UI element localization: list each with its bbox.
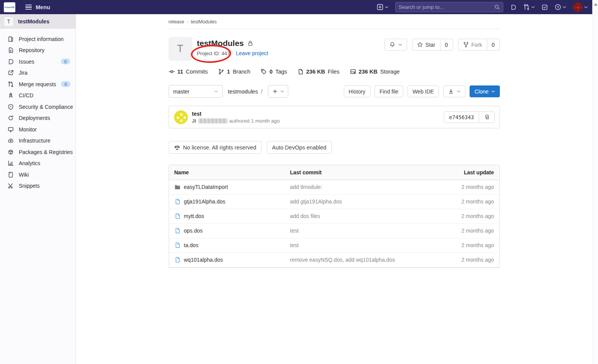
sidebar-item-label: CI/CD	[19, 92, 70, 98]
new-menu-button[interactable]	[377, 4, 388, 10]
commit-author-avatar[interactable]	[174, 110, 188, 124]
file-last-commit-link[interactable]: test	[290, 228, 299, 234]
scales-icon	[174, 144, 180, 151]
file-link[interactable]: easyTLDataImport	[174, 184, 279, 190]
global-search[interactable]	[395, 2, 503, 12]
breadcrumb-project-link[interactable]: testModules	[191, 19, 217, 25]
file-last-update: 2 months ago	[434, 253, 499, 267]
file-last-commit-link[interactable]: test	[290, 242, 299, 248]
stat-value: 236 KB	[306, 69, 325, 75]
menu-label: Menu	[36, 4, 50, 10]
chevron-down-icon	[584, 6, 588, 8]
sidebar-item[interactable]: Repository	[0, 45, 76, 56]
folder-icon	[174, 184, 181, 190]
file-last-update: 2 months ago	[434, 223, 499, 238]
license-button[interactable]: No license. All rights reserved	[169, 141, 262, 154]
file-link[interactable]: gtja191Alpha.dos	[174, 198, 279, 205]
repo-path-link[interactable]: testmodules	[228, 89, 258, 95]
breadcrumb-group-link[interactable]: release	[169, 19, 184, 25]
project-stat[interactable]: 11 Commits	[169, 69, 208, 75]
menu-button[interactable]: Menu	[25, 4, 50, 10]
user-menu-button[interactable]	[573, 2, 588, 12]
file-icon	[174, 213, 181, 219]
file-name: wq101alpha.dos	[184, 257, 223, 263]
fork-count[interactable]: 0	[487, 39, 500, 51]
scroll-up-arrow[interactable]	[594, 3, 598, 6]
sidebar-item[interactable]: Issues 0	[0, 56, 76, 67]
sidebar-item[interactable]: Infrastructure	[0, 135, 76, 147]
last-commit-box: test Ji authored 1 month ago e7456343	[169, 106, 500, 128]
table-row: ops.dos test 2 months ago	[169, 223, 499, 238]
file-link[interactable]: mytt.dos	[174, 213, 279, 219]
external-link-icon	[8, 70, 14, 76]
project-stat[interactable]: 236 KB Files	[297, 69, 340, 75]
fork-label: Fork	[472, 42, 482, 48]
sidebar-item[interactable]: Project information	[0, 33, 76, 45]
copy-sha-button[interactable]	[479, 111, 495, 123]
file-last-commit-link[interactable]: add tlmodule:	[290, 184, 322, 190]
add-file-button[interactable]	[268, 85, 288, 98]
leave-project-link[interactable]: Leave project	[236, 50, 268, 56]
file-tree-table: Name Last commit Last update	[169, 165, 500, 268]
column-header-last-commit: Last commit	[285, 165, 434, 180]
issues-icon	[510, 4, 516, 10]
search-input[interactable]	[399, 4, 494, 10]
app-logo[interactable]: DolphinDB	[4, 2, 15, 12]
sidebar-item[interactable]: Merge requests 0	[0, 79, 76, 90]
commit-author-name[interactable]: Ji	[192, 118, 196, 124]
table-row: ta.dos test 2 months ago	[169, 238, 499, 253]
bell-icon	[389, 42, 395, 48]
project-stat[interactable]: 1 Branch	[218, 69, 250, 75]
commit-message-link[interactable]: test	[192, 111, 280, 117]
fork-button[interactable]: Fork	[458, 39, 487, 51]
page-scrollbar[interactable]	[592, 0, 598, 364]
sidebar-item[interactable]: Packages & Registries	[0, 146, 76, 158]
file-link[interactable]: ops.dos	[174, 228, 279, 234]
hamburger-icon	[25, 5, 32, 10]
merge-requests-nav-button[interactable]	[523, 4, 535, 10]
table-row: wq101alpha.dos remove easyNSQ.dos, add w…	[169, 253, 499, 267]
project-avatar-mini: T	[4, 17, 13, 26]
file-link[interactable]: wq101alpha.dos	[174, 257, 279, 263]
branch-selector[interactable]: master	[169, 85, 223, 98]
help-nav-button[interactable]	[555, 4, 566, 10]
auto-devops-button[interactable]: Auto DevOps enabled	[267, 141, 332, 154]
project-id: Project ID: 447	[197, 51, 230, 56]
history-button[interactable]: History	[344, 85, 371, 97]
star-button[interactable]: Star	[412, 39, 440, 51]
file-name: ta.dos	[184, 242, 199, 248]
file-icon	[174, 242, 181, 248]
stat-label: Storage	[380, 69, 400, 75]
web-ide-button[interactable]: Web IDE	[407, 85, 439, 97]
sidebar-item[interactable]: Security & Compliance	[0, 101, 76, 113]
file-last-commit-link[interactable]: remove easyNSQ.dos, add wq101alpha.dos	[290, 257, 395, 263]
sidebar-project-context[interactable]: T testModules	[0, 14, 76, 29]
sidebar-item[interactable]: Wiki	[0, 169, 76, 180]
todos-nav-button[interactable]	[542, 4, 548, 10]
sidebar-item[interactable]: Jira	[0, 67, 76, 79]
repo-toolbar: master testmodules / History Find file W…	[169, 85, 500, 98]
find-file-button[interactable]: Find file	[375, 85, 403, 97]
plus-icon	[272, 89, 278, 94]
sidebar-item[interactable]: Analytics	[0, 158, 76, 169]
download-button[interactable]	[443, 85, 465, 97]
chevron-down-icon	[385, 6, 388, 8]
sidebar-item[interactable]: Monitor	[0, 124, 76, 135]
file-link[interactable]: ta.dos	[174, 242, 279, 248]
sidebar-item[interactable]: CI/CD	[0, 90, 76, 102]
sidebar-item[interactable]: Snippets	[0, 180, 76, 192]
clone-button[interactable]: Clone	[470, 85, 500, 97]
project-stat[interactable]: 0 Tags	[261, 69, 287, 75]
file-last-commit-link[interactable]: add gtja191Alpha.dos	[290, 198, 342, 205]
file-last-commit-link[interactable]: add dos files	[290, 213, 320, 219]
issues-nav-button[interactable]	[510, 4, 516, 10]
commit-sha[interactable]: e7456343	[444, 111, 479, 123]
stat-value: 236 KB	[359, 69, 378, 75]
sidebar-item-label: Snippets	[19, 183, 70, 189]
notification-button[interactable]	[384, 39, 407, 51]
sidebar-item[interactable]: Deployments	[0, 113, 76, 124]
sidebar-item-label: Issues	[19, 59, 56, 65]
chevron-down-icon	[214, 90, 218, 93]
star-count[interactable]: 0	[440, 39, 453, 51]
project-stat[interactable]: 236 KB Storage	[350, 69, 400, 75]
